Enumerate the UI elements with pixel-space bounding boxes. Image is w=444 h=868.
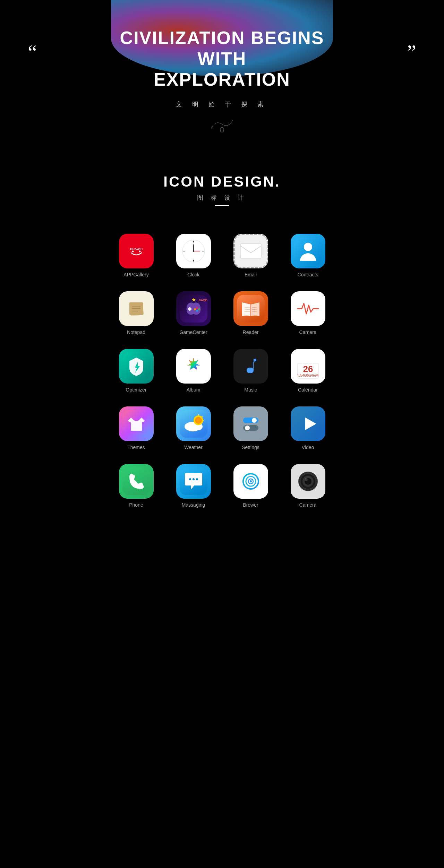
svg-point-29 [198, 308, 200, 310]
reader-label: Reader [243, 329, 259, 335]
appgallery-label: APPGallery [123, 272, 148, 277]
svg-point-4 [132, 251, 134, 252]
svg-rect-15 [240, 243, 261, 259]
list-item[interactable]: Video [283, 406, 333, 450]
svg-text:\u5468\u4e94: \u5468\u4e94 [297, 373, 319, 377]
svg-point-76 [193, 478, 195, 480]
camera-label: Camera [299, 329, 317, 335]
browser-label: Brower [243, 502, 258, 508]
svg-rect-27 [188, 308, 191, 310]
svg-point-59 [185, 423, 194, 430]
list-item[interactable]: 26 \u5468\u4e94 Calendar [283, 349, 333, 393]
icon-design-divider [215, 205, 229, 206]
svg-point-75 [189, 478, 191, 480]
list-item[interactable]: Reader [225, 291, 276, 335]
list-item[interactable]: Settings [225, 406, 276, 450]
camera2-label: Camera [299, 502, 317, 508]
notepad-label: Notepad [127, 329, 145, 335]
quote-left: “ [28, 42, 37, 62]
list-item[interactable]: Contracts [283, 234, 333, 277]
clock-icon[interactable] [176, 234, 211, 268]
list-item[interactable]: Brower [225, 464, 276, 508]
list-item[interactable]: Themes [111, 406, 161, 450]
mouse-graphic [201, 115, 243, 133]
svg-point-28 [196, 307, 198, 309]
svg-rect-2 [126, 244, 147, 258]
health-camera-icon[interactable] [291, 291, 325, 326]
themes-label: Themes [127, 445, 145, 450]
svg-rect-73 [122, 467, 150, 495]
list-item[interactable]: Optimizer [111, 349, 161, 393]
list-item[interactable]: Camera [283, 464, 333, 508]
phone-icon[interactable] [119, 464, 154, 499]
settings-icon[interactable] [233, 406, 268, 441]
clock-label: Clock [187, 272, 199, 277]
messaging-label: Massaging [182, 502, 205, 508]
svg-point-5 [139, 251, 140, 252]
svg-text:26: 26 [303, 364, 313, 374]
list-item[interactable]: Weather [168, 406, 219, 450]
themes-icon[interactable] [119, 406, 154, 441]
icon-design-title: ICON DESIGN. [0, 173, 444, 190]
phone-label: Phone [129, 502, 143, 508]
optimizer-icon[interactable] [119, 349, 154, 384]
weather-icon[interactable] [176, 406, 211, 441]
calendar-icon[interactable]: 26 \u5468\u4e94 [291, 349, 325, 384]
optimizer-label: Optimizer [126, 387, 147, 393]
list-item[interactable]: Phone [111, 464, 161, 508]
svg-point-31 [194, 308, 196, 310]
music-icon[interactable] [233, 349, 268, 384]
svg-point-68 [252, 418, 257, 423]
calendar-label: Calendar [298, 387, 318, 393]
list-item[interactable]: GAME GameCenter [168, 291, 219, 335]
svg-point-30 [196, 310, 198, 312]
gamecenter-icon[interactable]: GAME [176, 291, 211, 326]
gamecenter-label: GameCenter [179, 329, 207, 335]
list-item[interactable]: Album [168, 349, 219, 393]
list-item[interactable]: Email [225, 234, 276, 277]
browser-icon[interactable] [233, 464, 268, 499]
svg-point-70 [245, 426, 250, 430]
settings-label: Settings [242, 445, 259, 450]
camera2-icon[interactable] [291, 464, 325, 499]
hero-chinese-subtitle: 文 明 始 于 探 索 [176, 100, 268, 109]
list-item[interactable]: Clock [168, 234, 219, 277]
music-label: Music [244, 387, 257, 393]
icon-design-section: ICON DESIGN. 图 标 设 计 [0, 160, 444, 227]
album-icon[interactable] [176, 349, 211, 384]
video-label: Video [302, 445, 314, 450]
svg-rect-66 [237, 410, 265, 438]
svg-point-14 [193, 250, 194, 252]
svg-text:HUAWEI: HUAWEI [130, 247, 143, 251]
svg-point-77 [196, 478, 198, 480]
icon-design-chinese: 图 标 设 计 [0, 194, 444, 202]
svg-point-79 [250, 480, 252, 482]
appgallery-icon[interactable]: HUAWEI [119, 234, 154, 268]
contracts-label: Contracts [298, 272, 318, 277]
email-icon[interactable] [233, 234, 268, 268]
notepad-icon[interactable] [119, 291, 154, 326]
svg-point-86 [305, 478, 306, 480]
list-item[interactable]: Massaging [168, 464, 219, 508]
svg-point-62 [195, 417, 202, 424]
svg-text:GAME: GAME [199, 299, 207, 302]
weather-label: Weather [184, 445, 203, 450]
svg-point-17 [304, 243, 312, 251]
email-label: Email [245, 272, 257, 277]
svg-rect-52 [298, 358, 318, 364]
hero-section: “ ” CIVILIZATION BEGINS WITH EXPLORATION… [0, 0, 444, 160]
list-item[interactable]: HUAWEI APPGallery [111, 234, 161, 277]
album-label: Album [187, 387, 200, 393]
list-item[interactable]: Camera [283, 291, 333, 335]
quote-right: ” [407, 42, 416, 62]
list-item[interactable]: Notepad [111, 291, 161, 335]
reader-icon[interactable] [233, 291, 268, 326]
contracts-icon[interactable] [291, 234, 325, 268]
svg-rect-48 [237, 352, 265, 380]
icons-grid: HUAWEI APPGallery [83, 227, 361, 528]
messaging-icon[interactable] [176, 464, 211, 499]
hero-title: CIVILIZATION BEGINS WITH EXPLORATION [101, 28, 343, 90]
video-icon[interactable] [291, 406, 325, 441]
list-item[interactable]: Music [225, 349, 276, 393]
